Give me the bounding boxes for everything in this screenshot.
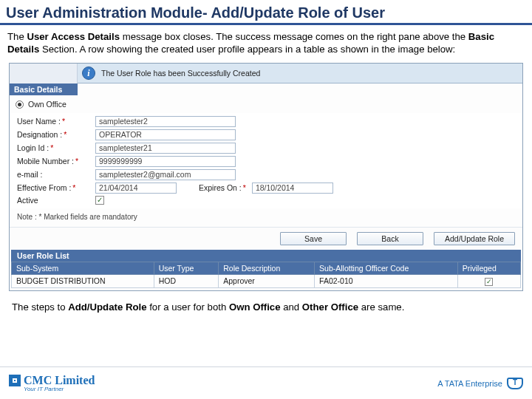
outro-paragraph: The steps to Add/Update Role for a user … (0, 294, 532, 313)
back-button[interactable]: Back (357, 232, 423, 245)
loginid-input[interactable]: sampletester21 (95, 143, 236, 154)
cmc-tagline: Your IT Partner (24, 386, 95, 392)
success-banner: i The User Role has been Successfully Cr… (10, 64, 522, 83)
button-row: Save Back Add/Update Role (10, 227, 522, 250)
table-header-row: Sub-System User Type Role Description Su… (12, 262, 521, 275)
col-privileged: Privileged (457, 262, 520, 275)
email-input[interactable]: sampletester2@gmail.com (95, 169, 236, 180)
intro-t1: The (7, 31, 27, 42)
expires-on-label: Expires On :* (199, 183, 246, 192)
tata-logo-icon (507, 378, 523, 389)
save-button[interactable]: Save (280, 232, 347, 245)
cell-subsystem: BUDGET DISTRIBUTION (12, 275, 154, 288)
slide-footer: CMC Limited Your IT Partner A TATA Enter… (0, 366, 532, 399)
cmc-square-icon (9, 375, 21, 386)
username-label: User Name :* (17, 117, 89, 126)
cmc-logo: CMC Limited Your IT Partner (9, 375, 95, 392)
designation-label: Designation :* (17, 130, 89, 139)
active-label: Active (17, 196, 89, 205)
cell-privileged: ✓ (457, 275, 520, 288)
intro-paragraph: The User Access Details message box clos… (0, 30, 532, 60)
col-usertype: User Type (154, 262, 219, 275)
tata-branding: A TATA Enterprise (437, 378, 523, 389)
cmc-name: CMC Limited (24, 375, 95, 386)
own-office-label: Own Office (28, 100, 66, 109)
intro-t2: message box closes. The success message … (120, 31, 468, 42)
user-role-list-header: User Role List (11, 250, 521, 262)
cell-roledesc: Approver (219, 275, 315, 288)
success-message: The User Role has been Successfully Crea… (101, 69, 260, 78)
mandatory-note: Note : * Marked fields are mandatory (10, 208, 522, 227)
cell-suballotting: FA02-010 (315, 275, 458, 288)
effective-from-input[interactable]: 21/04/2014 (95, 183, 177, 194)
page-title: User Administration Module- Add/Update R… (0, 0, 532, 25)
loginid-label: Login Id :* (17, 143, 89, 152)
username-input[interactable]: sampletester2 (95, 116, 236, 127)
table-row[interactable]: BUDGET DISTRIBUTION HOD Approver FA02-01… (12, 275, 521, 288)
user-role-table: Sub-System User Type Role Description Su… (11, 262, 521, 288)
designation-input[interactable]: OPERATOR (95, 129, 236, 140)
privileged-checkbox[interactable]: ✓ (485, 278, 493, 286)
embedded-screenshot: i The User Role has been Successfully Cr… (9, 63, 523, 291)
banner-content: i The User Role has been Successfully Cr… (78, 64, 522, 83)
mobile-input[interactable]: 9999999999 (95, 156, 236, 167)
info-icon: i (82, 66, 95, 80)
add-update-role-button[interactable]: Add/Update Role (434, 232, 515, 245)
intro-b1: User Access Details (27, 31, 120, 42)
mobile-label: Mobile Number :* (17, 157, 89, 166)
expires-on-input[interactable]: 18/10/2014 (252, 183, 333, 194)
col-subsystem: Sub-System (12, 262, 154, 275)
radio-selected-icon (16, 100, 24, 109)
form-area: User Name :* sampletester2 Designation :… (10, 113, 522, 208)
tata-text: A TATA Enterprise (437, 379, 502, 388)
own-office-radio[interactable]: Own Office (10, 95, 522, 113)
effective-from-label: Effective From :* (17, 183, 89, 192)
basic-details-header: Basic Details (10, 83, 78, 95)
cell-usertype: HOD (154, 275, 219, 288)
email-label: e-mail : (17, 170, 89, 179)
active-checkbox[interactable]: ✓ (95, 196, 104, 205)
banner-left-spacer (10, 64, 78, 83)
intro-t3: Section. A row showing the created user … (39, 44, 455, 55)
col-roledesc: Role Description (219, 262, 315, 275)
col-suballotting: Sub-Allotting Officer Code (315, 262, 458, 275)
